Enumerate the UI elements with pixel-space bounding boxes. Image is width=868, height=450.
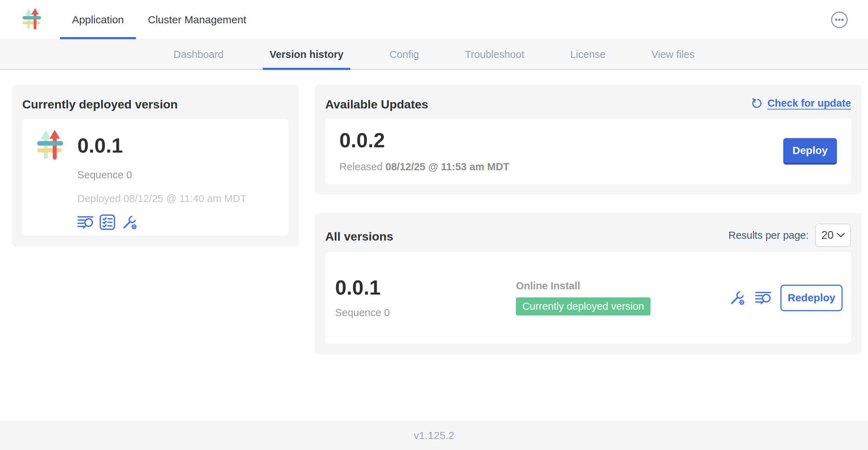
install-type: Online Install	[516, 280, 650, 292]
subnav-tab-label: Version history	[269, 49, 344, 60]
deployed-version-number: 0.0.1	[77, 135, 246, 156]
available-update-card: 0.0.2 Released 08/12/25 @ 11:53 am MDT D…	[325, 118, 851, 184]
all-versions-panel: All versions Results per page: 20	[315, 213, 862, 354]
top-navbar: Application Cluster Management	[0, 0, 868, 40]
version-row-info: 0.0.1 Sequence 0	[335, 277, 516, 319]
update-info: 0.0.2 Released 08/12/25 @ 11:53 am MDT	[339, 130, 509, 173]
row-sequence: Sequence 0	[335, 307, 516, 319]
chevron-down-icon	[836, 232, 845, 238]
update-released-line: Released 08/12/25 @ 11:53 am MDT	[339, 161, 509, 173]
redeploy-button[interactable]: Redeploy	[780, 285, 843, 311]
right-column: Available Updates Check for update 0.0.2…	[315, 85, 862, 354]
subnav-tab-label: Troubleshoot	[465, 49, 524, 60]
config-wrench-gear-icon[interactable]	[121, 214, 138, 231]
available-updates-title: Available Updates	[325, 97, 428, 111]
subnav-tab-label: Config	[390, 49, 419, 60]
available-updates-panel: Available Updates Check for update 0.0.2…	[315, 85, 862, 195]
subnav-tab-dashboard[interactable]: Dashboard	[167, 40, 230, 69]
tab-application[interactable]: Application	[60, 0, 136, 39]
results-per-page: Results per page: 20	[729, 224, 851, 247]
subnav-tab-version-history[interactable]: Version history	[263, 40, 350, 69]
subnav-tab-config[interactable]: Config	[383, 40, 426, 69]
preflight-checklist-icon[interactable]	[99, 214, 115, 230]
results-per-page-label: Results per page:	[729, 230, 809, 241]
console-version: v1.125.2	[414, 430, 454, 442]
version-row: 0.0.1 Sequence 0 Online Install Currentl…	[325, 252, 851, 344]
deployed-sequence: Sequence 0	[77, 169, 246, 181]
currently-deployed-panel: Currently deployed version 0.0.1 Sequenc…	[12, 85, 299, 246]
status-badge: Currently deployed version	[516, 297, 650, 315]
app-subnav: Dashboard Version history Config Trouble…	[0, 40, 868, 70]
subnav-tab-troubleshoot[interactable]: Troubleshoot	[458, 40, 531, 69]
refresh-icon	[751, 97, 763, 109]
top-nav-tabs: Application Cluster Management	[60, 0, 258, 39]
results-per-page-select[interactable]: 20	[815, 224, 851, 247]
deployed-timestamp: Deployed 08/12/25 @ 11:40 am MDT	[77, 193, 246, 205]
tab-application-label: Application	[72, 14, 124, 26]
deployed-version-info: 0.0.1 Sequence 0 Deployed 08/12/25 @ 11:…	[77, 130, 246, 225]
deployed-version-card: 0.0.1 Sequence 0 Deployed 08/12/25 @ 11:…	[22, 119, 289, 236]
subnav-tab-label: View files	[652, 49, 695, 60]
main-content: Currently deployed version 0.0.1 Sequenc…	[0, 70, 868, 421]
released-date: 08/12/25 @ 11:53 am MDT	[386, 161, 510, 172]
version-row-actions: Redeploy	[729, 285, 843, 311]
row-version-number: 0.0.1	[335, 277, 516, 298]
update-version-number: 0.0.2	[339, 130, 509, 150]
results-per-page-value: 20	[821, 229, 833, 242]
currently-deployed-title: Currently deployed version	[22, 97, 289, 111]
version-row-status: Online Install Currently deployed versio…	[516, 280, 650, 315]
deployed-actions	[77, 214, 246, 231]
app-logo-icon	[36, 130, 64, 225]
logs-icon[interactable]	[755, 291, 771, 305]
logs-icon[interactable]	[77, 215, 94, 229]
app-logo-icon	[22, 8, 42, 31]
deploy-button[interactable]: Deploy	[783, 138, 837, 165]
ellipsis-menu-icon[interactable]	[831, 11, 848, 29]
tab-cluster-management[interactable]: Cluster Management	[136, 0, 258, 39]
page-footer: v1.125.2	[0, 421, 868, 450]
released-prefix: Released	[339, 161, 383, 172]
config-wrench-gear-icon[interactable]	[729, 289, 746, 306]
subnav-tab-view-files[interactable]: View files	[645, 40, 701, 69]
check-for-update-label: Check for update	[767, 97, 851, 109]
all-versions-title: All versions	[325, 230, 393, 243]
tab-cluster-management-label: Cluster Management	[148, 14, 246, 26]
subnav-tab-license[interactable]: License	[564, 40, 612, 69]
subnav-tab-label: Dashboard	[173, 49, 224, 60]
subnav-tab-label: License	[570, 49, 606, 60]
check-for-update-link[interactable]: Check for update	[751, 97, 851, 109]
